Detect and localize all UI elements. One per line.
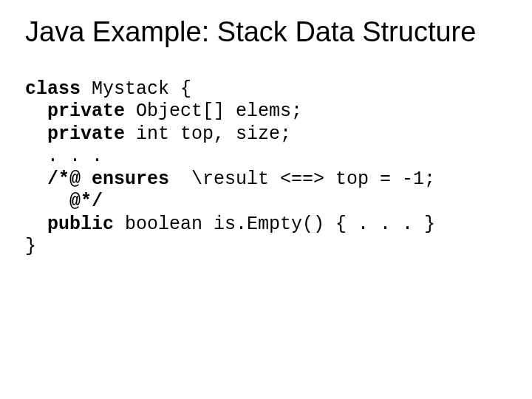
code-block: class Mystack { private Object[] elems; … (25, 78, 507, 259)
code-text: boolean is.Empty() { . . . } (114, 214, 435, 235)
code-text: Mystack { (81, 78, 191, 100)
code-text: int top, size; (125, 123, 291, 145)
kw-class: class (25, 78, 81, 100)
code-text: . . . (25, 146, 103, 167)
kw-private: private (47, 100, 125, 122)
kw-jml-ensures: /*@ ensures (47, 168, 180, 190)
code-text: \result <==> top = -1; (180, 168, 435, 190)
slide-title: Java Example: Stack Data Structure (25, 16, 507, 49)
indent (25, 191, 69, 212)
code-text: } (25, 236, 36, 257)
indent (25, 100, 47, 122)
kw-public: public (47, 214, 114, 235)
indent (25, 168, 47, 190)
slide: Java Example: Stack Data Structure class… (0, 0, 532, 399)
kw-private: private (47, 123, 125, 145)
indent (25, 214, 47, 235)
code-text: Object[] elems; (125, 100, 302, 122)
kw-jml-close: @*/ (69, 191, 103, 212)
indent (25, 123, 47, 145)
